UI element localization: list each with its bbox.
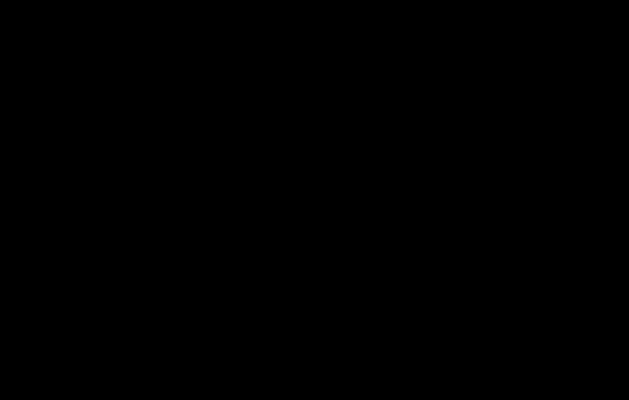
spectrogram-canvas — [0, 75, 629, 400]
hrofft-screen — [0, 0, 629, 400]
